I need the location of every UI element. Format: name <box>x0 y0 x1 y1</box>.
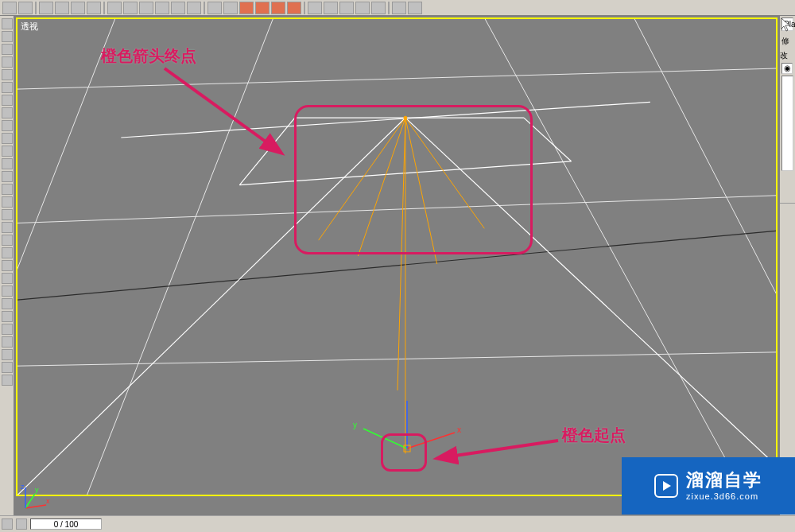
toolbar-separator <box>204 2 205 14</box>
svg-line-33 <box>25 494 35 508</box>
toolbar-button[interactable] <box>408 2 422 14</box>
toolbar-button[interactable] <box>39 2 53 14</box>
svg-line-31 <box>25 505 46 508</box>
left-tool-button[interactable] <box>2 260 13 271</box>
toolbar-button[interactable] <box>87 2 101 14</box>
watermark-badge: 溜溜自学 zixue.3d66.com <box>622 457 795 515</box>
left-tool-button[interactable] <box>2 235 13 246</box>
left-tool-button[interactable] <box>2 298 13 309</box>
left-tool-button[interactable] <box>2 375 13 386</box>
toolbar-button[interactable] <box>107 2 122 14</box>
svg-line-4 <box>17 19 121 495</box>
svg-line-24 <box>165 68 280 152</box>
svg-line-6 <box>476 19 753 495</box>
highlight-box-arrow-end <box>294 105 533 254</box>
toolbar-button[interactable] <box>139 2 153 14</box>
left-tool-button[interactable] <box>2 120 13 131</box>
left-tool-button[interactable] <box>2 285 13 297</box>
svg-marker-38 <box>663 481 671 491</box>
svg-marker-37 <box>781 18 789 31</box>
left-tool-button[interactable] <box>2 209 13 220</box>
cursor-icon <box>781 17 792 32</box>
annotation-origin-label: 橙色起点 <box>562 425 626 446</box>
modifier-list-label: 修改 <box>780 35 789 61</box>
toolbar-button[interactable] <box>324 2 338 14</box>
left-tool-button[interactable] <box>2 222 13 233</box>
viewport-label: 透视 <box>21 21 38 33</box>
play-icon <box>654 474 678 498</box>
world-axis-tripod: x y z <box>19 483 51 515</box>
toolbar-button[interactable] <box>287 2 301 14</box>
annotation-arrow-top <box>161 64 320 168</box>
toolbar-button[interactable] <box>271 2 285 14</box>
toolbar-button[interactable] <box>123 2 138 14</box>
svg-line-30 <box>439 441 558 458</box>
left-tool-button[interactable] <box>2 184 13 195</box>
toolbar-button[interactable] <box>2 2 17 14</box>
right-command-panel: Pla 修改 ◉ <box>779 16 795 515</box>
toolbar-separator <box>388 2 390 14</box>
toolbar-button[interactable] <box>55 2 69 14</box>
svg-text:y: y <box>35 486 39 494</box>
toolbar-separator <box>103 2 105 14</box>
left-tool-button[interactable] <box>2 18 13 29</box>
left-tool-button[interactable] <box>2 82 13 93</box>
left-tool-button[interactable] <box>2 133 13 144</box>
viewport-perspective[interactable]: 透视 <box>16 17 778 496</box>
toolbar-button[interactable] <box>239 2 254 14</box>
pin-icon[interactable]: ◉ <box>781 63 793 74</box>
top-toolbar <box>0 0 795 16</box>
left-tool-button[interactable] <box>2 158 13 169</box>
svg-line-7 <box>626 19 776 495</box>
bottom-status-bar: 0 / 100 <box>0 515 795 532</box>
left-toolbar <box>0 16 14 515</box>
left-tool-button[interactable] <box>2 196 13 208</box>
left-tool-button[interactable] <box>2 69 13 80</box>
left-tool-button[interactable] <box>2 273 13 284</box>
gizmo-axis-y-label: y <box>353 421 357 429</box>
toolbar-button[interactable] <box>171 2 185 14</box>
watermark-title: 溜溜自学 <box>686 470 762 491</box>
left-tool-button[interactable] <box>2 324 13 335</box>
svg-text:z: z <box>21 483 25 491</box>
left-tool-button[interactable] <box>2 362 13 373</box>
toolbar-button[interactable] <box>18 2 33 14</box>
parameters-rollout[interactable] <box>780 203 795 362</box>
left-tool-button[interactable] <box>2 336 13 348</box>
toolbar-button[interactable] <box>339 2 354 14</box>
toolbar-button[interactable] <box>392 2 406 14</box>
annotation-arrow-end-label: 橙色箭头终点 <box>101 45 196 67</box>
timeline-next-button[interactable] <box>16 518 27 530</box>
svg-text:x: x <box>46 497 50 505</box>
modifier-stack[interactable] <box>781 76 793 171</box>
toolbar-button[interactable] <box>187 2 201 14</box>
toolbar-button[interactable] <box>355 2 370 14</box>
toolbar-button[interactable] <box>207 2 222 14</box>
left-tool-button[interactable] <box>2 171 13 182</box>
left-tool-button[interactable] <box>2 44 13 55</box>
left-tool-button[interactable] <box>2 247 13 258</box>
left-tool-button[interactable] <box>2 31 13 42</box>
svg-line-0 <box>17 67 776 91</box>
watermark-subtitle: zixue.3d66.com <box>686 491 762 502</box>
left-tool-button[interactable] <box>2 107 13 118</box>
left-tool-button[interactable] <box>2 56 13 68</box>
toolbar-separator <box>35 2 37 14</box>
toolbar-button[interactable] <box>371 2 386 14</box>
left-tool-button[interactable] <box>2 311 13 322</box>
toolbar-button[interactable] <box>308 2 322 14</box>
left-tool-button[interactable] <box>2 146 13 157</box>
toolbar-button[interactable] <box>223 2 238 14</box>
timeline-prev-button[interactable] <box>2 518 13 530</box>
left-tool-button[interactable] <box>2 95 13 106</box>
toolbar-button[interactable] <box>255 2 270 14</box>
toolbar-separator <box>304 2 305 14</box>
timeline-frame-display[interactable]: 0 / 100 <box>30 518 102 530</box>
annotation-arrow-bottom <box>427 433 566 472</box>
left-tool-button[interactable] <box>2 349 13 360</box>
highlight-box-origin <box>381 433 427 472</box>
toolbar-button[interactable] <box>155 2 169 14</box>
toolbar-button[interactable] <box>71 2 85 14</box>
